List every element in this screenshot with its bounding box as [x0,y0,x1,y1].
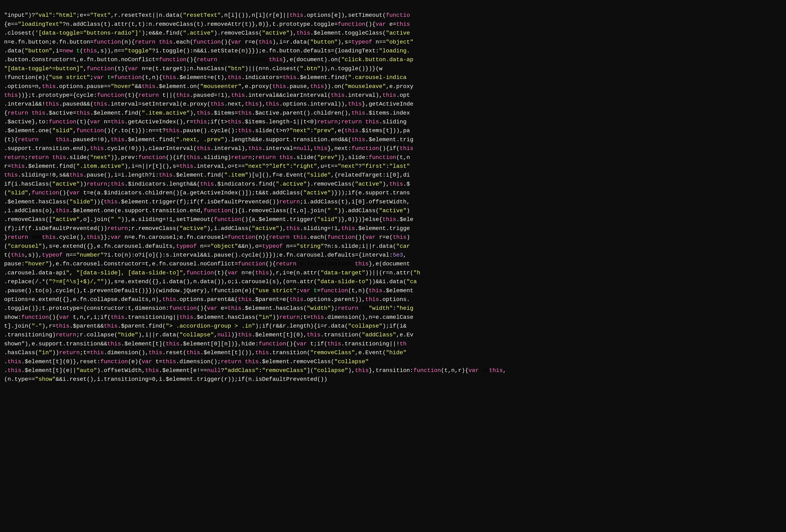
code-display: "input")?"val":"html";e+="Text",r.resetT… [0,0,786,532]
